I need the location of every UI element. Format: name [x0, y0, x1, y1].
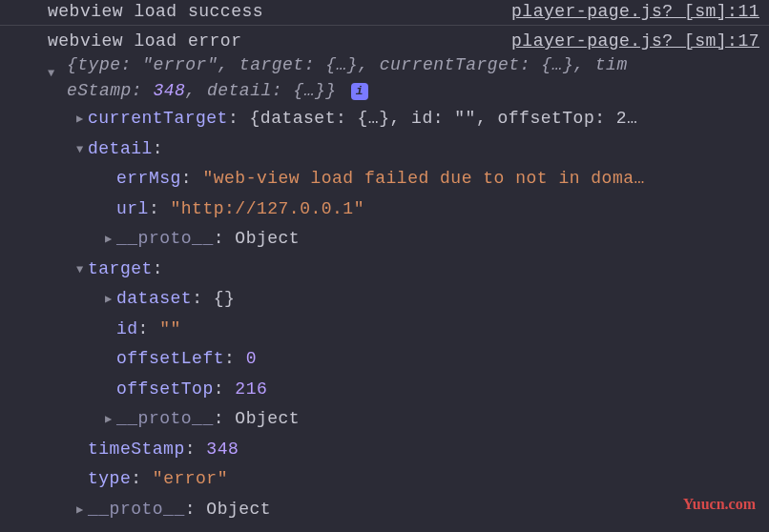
- caret-right-icon[interactable]: ▶: [76, 110, 88, 130]
- property-value: "": [159, 319, 181, 338]
- property-key: errMsg: [116, 169, 181, 188]
- console-log-entry[interactable]: webview load error player-page.js? [sm]:…: [0, 26, 769, 52]
- property-value: Object: [206, 500, 271, 519]
- watermark: Yuucn.com: [683, 496, 756, 513]
- tree-leaf[interactable]: type: "error": [29, 464, 769, 495]
- property-key: dataset: [116, 289, 192, 308]
- tree-leaf[interactable]: errMsg: "web-view load failed due to not…: [29, 164, 769, 194]
- tree-node[interactable]: ▼detail:: [29, 134, 769, 165]
- object-tree: ▶currentTarget: {dataset: {…}, id: "", o…: [0, 104, 769, 524]
- property-key: currentTarget: [88, 109, 228, 128]
- property-key: target: [88, 259, 153, 278]
- property-value: "web-view load failed due to not in doma…: [202, 169, 644, 188]
- property-key: __proto__: [116, 409, 214, 428]
- caret-right-icon[interactable]: ▶: [76, 501, 88, 521]
- log-source-link[interactable]: player-page.js? [sm]:17: [492, 31, 759, 51]
- caret-right-icon[interactable]: ▶: [105, 230, 116, 250]
- tree-node[interactable]: ▶dataset: {}: [29, 284, 769, 315]
- tree-leaf[interactable]: id: "": [29, 315, 769, 345]
- property-key: detail: [88, 139, 153, 158]
- property-key: timeStamp: [88, 440, 185, 459]
- caret-right-icon[interactable]: ▶: [105, 410, 116, 430]
- log-message: webview load error: [10, 31, 241, 51]
- property-value: 348: [206, 440, 239, 459]
- object-preview[interactable]: {type: "error", target: {…}, currentTarg…: [0, 52, 769, 78]
- caret-down-icon[interactable]: ▼: [76, 140, 88, 160]
- property-key: id: [116, 319, 138, 338]
- property-value: {dataset: {…}, id: "", offsetTop: 2…: [250, 109, 638, 128]
- property-value: Object: [235, 229, 300, 248]
- property-key: offsetTop: [116, 379, 214, 399]
- tree-leaf[interactable]: timeStamp: 348: [29, 435, 769, 465]
- caret-right-icon[interactable]: ▶: [105, 290, 116, 310]
- property-key: type: [88, 469, 131, 488]
- tree-leaf[interactable]: offsetLeft: 0: [29, 344, 769, 375]
- property-value: 0: [246, 349, 257, 368]
- tree-node[interactable]: ▶__proto__: Object: [29, 224, 769, 255]
- property-value: 216: [235, 379, 267, 399]
- log-source-link[interactable]: player-page.js? [sm]:11: [492, 2, 759, 21]
- property-value: "error": [153, 469, 228, 488]
- property-key: __proto__: [116, 229, 214, 248]
- log-message: webview load success: [10, 2, 263, 21]
- tree-node[interactable]: ▶currentTarget: {dataset: {…}, id: "", o…: [29, 104, 769, 134]
- tree-node[interactable]: ▶__proto__: Object: [29, 495, 769, 525]
- object-preview: eStamp: 348, detail: {…}} i: [0, 78, 769, 104]
- caret-down-icon[interactable]: ▼: [76, 260, 88, 280]
- property-value: "http://127.0.0.1": [171, 199, 364, 218]
- property-key: offsetLeft: [116, 349, 224, 368]
- caret-down-icon[interactable]: ▼: [48, 67, 55, 80]
- info-icon[interactable]: i: [351, 83, 368, 100]
- property-key: __proto__: [88, 500, 185, 519]
- property-value: Object: [235, 409, 300, 428]
- tree-node[interactable]: ▼target:: [29, 255, 769, 285]
- property-key: url: [116, 199, 149, 218]
- tree-leaf[interactable]: offsetTop: 216: [29, 375, 769, 405]
- console-log-entry[interactable]: webview load success player-page.js? [sm…: [0, 0, 769, 26]
- property-value: {}: [214, 289, 236, 308]
- tree-node[interactable]: ▶__proto__: Object: [29, 404, 769, 435]
- tree-leaf[interactable]: url: "http://127.0.0.1": [29, 194, 769, 225]
